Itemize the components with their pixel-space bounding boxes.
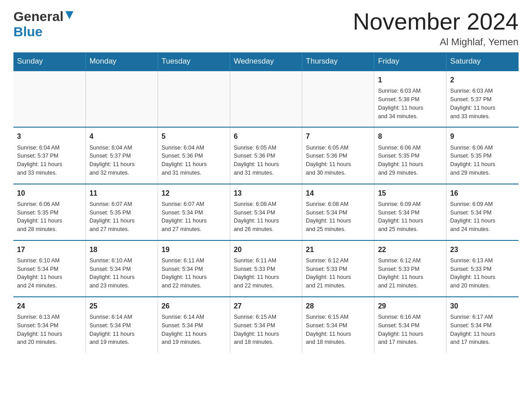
day-info: Sunrise: 6:17 AMSunset: 5:34 PMDaylight:… <box>450 313 515 347</box>
logo-blue: Blue <box>13 24 43 39</box>
day-number: 3 <box>17 131 82 141</box>
day-number: 24 <box>17 301 82 311</box>
calendar-cell: 18Sunrise: 6:10 AMSunset: 5:34 PMDayligh… <box>86 240 158 297</box>
day-number: 9 <box>450 131 515 141</box>
calendar-week-row: 24Sunrise: 6:13 AMSunset: 5:34 PMDayligh… <box>13 297 519 353</box>
day-number: 20 <box>234 244 298 255</box>
calendar-cell: 27Sunrise: 6:15 AMSunset: 5:34 PMDayligh… <box>230 297 302 353</box>
svg-marker-0 <box>65 11 73 19</box>
calendar-cell: 20Sunrise: 6:11 AMSunset: 5:33 PMDayligh… <box>230 240 302 297</box>
calendar-cell: 21Sunrise: 6:12 AMSunset: 5:33 PMDayligh… <box>302 240 374 297</box>
day-number: 17 <box>17 244 82 255</box>
calendar-cell: 22Sunrise: 6:12 AMSunset: 5:33 PMDayligh… <box>374 240 446 297</box>
day-info: Sunrise: 6:11 AMSunset: 5:34 PMDaylight:… <box>162 257 226 290</box>
calendar-cell: 25Sunrise: 6:14 AMSunset: 5:34 PMDayligh… <box>86 297 158 353</box>
day-number: 22 <box>378 244 442 255</box>
day-info: Sunrise: 6:06 AMSunset: 5:35 PMDaylight:… <box>378 144 442 177</box>
day-number: 10 <box>17 188 82 198</box>
calendar-cell: 7Sunrise: 6:05 AMSunset: 5:36 PMDaylight… <box>302 127 374 184</box>
calendar-cell: 23Sunrise: 6:13 AMSunset: 5:33 PMDayligh… <box>446 240 519 297</box>
day-number: 27 <box>234 301 298 311</box>
day-info: Sunrise: 6:07 AMSunset: 5:35 PMDaylight:… <box>90 200 154 234</box>
calendar-cell: 2Sunrise: 6:03 AMSunset: 5:37 PMDaylight… <box>446 71 519 127</box>
day-info: Sunrise: 6:11 AMSunset: 5:33 PMDaylight:… <box>234 257 298 290</box>
day-info: Sunrise: 6:06 AMSunset: 5:35 PMDaylight:… <box>450 144 515 177</box>
day-number: 4 <box>90 131 154 141</box>
calendar-cell <box>302 71 374 127</box>
calendar-cell <box>158 71 230 127</box>
day-info: Sunrise: 6:15 AMSunset: 5:34 PMDaylight:… <box>306 313 370 347</box>
calendar-cell: 10Sunrise: 6:06 AMSunset: 5:35 PMDayligh… <box>13 184 86 240</box>
day-info: Sunrise: 6:04 AMSunset: 5:36 PMDaylight:… <box>162 144 226 177</box>
calendar-cell: 26Sunrise: 6:14 AMSunset: 5:34 PMDayligh… <box>158 297 230 353</box>
calendar-cell: 14Sunrise: 6:08 AMSunset: 5:34 PMDayligh… <box>302 184 374 240</box>
day-info: Sunrise: 6:08 AMSunset: 5:34 PMDaylight:… <box>234 200 298 234</box>
day-number: 13 <box>234 188 298 198</box>
calendar-day-header: Friday <box>374 52 446 71</box>
day-number: 6 <box>234 131 298 141</box>
calendar-cell <box>13 71 86 127</box>
calendar-week-row: 3Sunrise: 6:04 AMSunset: 5:37 PMDaylight… <box>13 127 519 184</box>
calendar-cell: 11Sunrise: 6:07 AMSunset: 5:35 PMDayligh… <box>86 184 158 240</box>
calendar-cell: 3Sunrise: 6:04 AMSunset: 5:37 PMDaylight… <box>13 127 86 184</box>
day-number: 2 <box>450 75 515 85</box>
calendar-cell: 6Sunrise: 6:05 AMSunset: 5:36 PMDaylight… <box>230 127 302 184</box>
calendar-cell: 12Sunrise: 6:07 AMSunset: 5:34 PMDayligh… <box>158 184 230 240</box>
calendar-cell: 29Sunrise: 6:16 AMSunset: 5:34 PMDayligh… <box>374 297 446 353</box>
day-number: 1 <box>378 75 442 85</box>
day-number: 11 <box>90 188 154 198</box>
month-title: November 2024 <box>353 9 519 34</box>
calendar-cell: 24Sunrise: 6:13 AMSunset: 5:34 PMDayligh… <box>13 297 86 353</box>
day-info: Sunrise: 6:04 AMSunset: 5:37 PMDaylight:… <box>90 144 154 177</box>
day-number: 26 <box>162 301 226 311</box>
day-info: Sunrise: 6:09 AMSunset: 5:34 PMDaylight:… <box>378 200 442 234</box>
day-number: 18 <box>90 244 154 255</box>
calendar-week-row: 17Sunrise: 6:10 AMSunset: 5:34 PMDayligh… <box>13 240 519 297</box>
day-number: 23 <box>450 244 515 255</box>
logo-triangle-icon <box>64 10 74 20</box>
day-info: Sunrise: 6:10 AMSunset: 5:34 PMDaylight:… <box>17 257 82 290</box>
day-info: Sunrise: 6:08 AMSunset: 5:34 PMDaylight:… <box>306 200 370 234</box>
day-number: 29 <box>378 301 442 311</box>
day-number: 25 <box>90 301 154 311</box>
calendar-day-header: Tuesday <box>158 52 230 71</box>
calendar-header-row: SundayMondayTuesdayWednesdayThursdayFrid… <box>13 52 519 71</box>
calendar-cell: 28Sunrise: 6:15 AMSunset: 5:34 PMDayligh… <box>302 297 374 353</box>
day-info: Sunrise: 6:05 AMSunset: 5:36 PMDaylight:… <box>306 144 370 177</box>
calendar-day-header: Sunday <box>13 52 86 71</box>
calendar-cell: 30Sunrise: 6:17 AMSunset: 5:34 PMDayligh… <box>446 297 519 353</box>
day-number: 12 <box>162 188 226 198</box>
calendar-week-row: 1Sunrise: 6:03 AMSunset: 5:38 PMDaylight… <box>13 71 519 127</box>
calendar-day-header: Thursday <box>302 52 374 71</box>
day-info: Sunrise: 6:13 AMSunset: 5:34 PMDaylight:… <box>17 313 82 347</box>
day-info: Sunrise: 6:04 AMSunset: 5:37 PMDaylight:… <box>17 144 82 177</box>
page-header: General Blue November 2024 Al Mighlaf, Y… <box>13 9 519 48</box>
title-area: November 2024 Al Mighlaf, Yemen <box>353 9 519 48</box>
day-info: Sunrise: 6:14 AMSunset: 5:34 PMDaylight:… <box>90 313 154 347</box>
day-number: 5 <box>162 131 226 141</box>
calendar-cell: 17Sunrise: 6:10 AMSunset: 5:34 PMDayligh… <box>13 240 86 297</box>
day-number: 19 <box>162 244 226 255</box>
day-info: Sunrise: 6:09 AMSunset: 5:34 PMDaylight:… <box>450 200 515 234</box>
day-number: 21 <box>306 244 370 255</box>
logo: General Blue <box>13 9 74 39</box>
day-info: Sunrise: 6:15 AMSunset: 5:34 PMDaylight:… <box>234 313 298 347</box>
calendar-cell: 4Sunrise: 6:04 AMSunset: 5:37 PMDaylight… <box>86 127 158 184</box>
day-info: Sunrise: 6:05 AMSunset: 5:36 PMDaylight:… <box>234 144 298 177</box>
day-info: Sunrise: 6:16 AMSunset: 5:34 PMDaylight:… <box>378 313 442 347</box>
logo-general: General <box>13 9 64 24</box>
day-number: 16 <box>450 188 515 198</box>
calendar-cell: 5Sunrise: 6:04 AMSunset: 5:36 PMDaylight… <box>158 127 230 184</box>
day-number: 30 <box>450 301 515 311</box>
calendar-cell: 9Sunrise: 6:06 AMSunset: 5:35 PMDaylight… <box>446 127 519 184</box>
day-info: Sunrise: 6:07 AMSunset: 5:34 PMDaylight:… <box>162 200 226 234</box>
calendar-week-row: 10Sunrise: 6:06 AMSunset: 5:35 PMDayligh… <box>13 184 519 240</box>
calendar-cell: 1Sunrise: 6:03 AMSunset: 5:38 PMDaylight… <box>374 71 446 127</box>
day-info: Sunrise: 6:12 AMSunset: 5:33 PMDaylight:… <box>378 257 442 290</box>
calendar-cell: 13Sunrise: 6:08 AMSunset: 5:34 PMDayligh… <box>230 184 302 240</box>
calendar-day-header: Monday <box>86 52 158 71</box>
day-info: Sunrise: 6:10 AMSunset: 5:34 PMDaylight:… <box>90 257 154 290</box>
calendar-cell <box>86 71 158 127</box>
day-info: Sunrise: 6:12 AMSunset: 5:33 PMDaylight:… <box>306 257 370 290</box>
location: Al Mighlaf, Yemen <box>353 36 519 48</box>
